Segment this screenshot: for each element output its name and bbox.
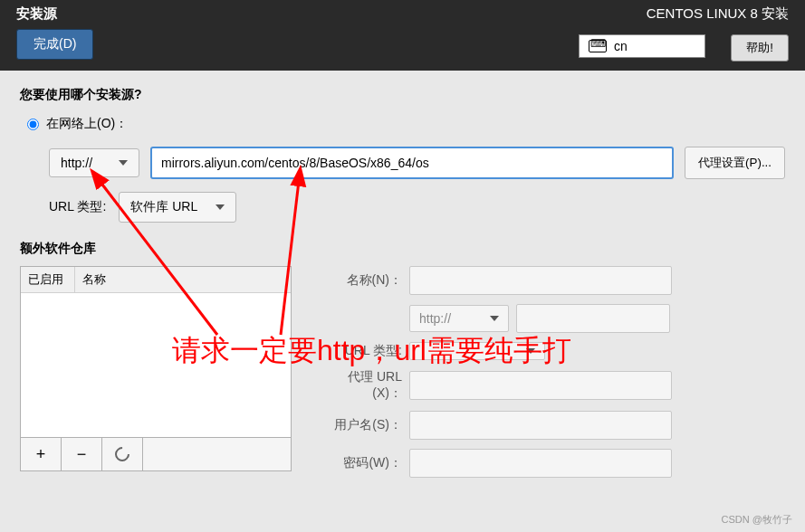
protocol-dropdown[interactable]: http://: [49, 148, 139, 177]
repo-urltype-label: URL 类型:: [319, 343, 409, 359]
keyboard-icon: [589, 40, 607, 52]
help-button[interactable]: 帮助!: [731, 34, 789, 62]
repo-user-label: 用户名(S)：: [319, 417, 409, 433]
remove-repo-button[interactable]: −: [62, 438, 102, 470]
repo-list-panel: 已启用 名称 + −: [20, 266, 292, 487]
url-type-value: 软件库 URL: [130, 199, 197, 215]
caret-down-icon: [216, 204, 225, 210]
repo-url-field: [516, 304, 670, 333]
repo-protocol-dropdown: http://: [409, 305, 509, 332]
repo-user-field: [409, 411, 672, 440]
caret-down-icon: [526, 348, 535, 354]
network-radio[interactable]: [27, 119, 39, 130]
repo-pass-field: [409, 449, 672, 478]
add-repo-button[interactable]: +: [21, 438, 62, 470]
caret-down-icon: [119, 160, 128, 166]
repo-form-panel: 名称(N)： http:// URL 类型: 代理 URL (X)：: [319, 266, 785, 487]
url-type-dropdown[interactable]: 软件库 URL: [119, 192, 236, 223]
reload-repo-button[interactable]: [102, 438, 143, 470]
col-name: 名称: [75, 267, 291, 292]
product-title: CENTOS LINUX 8 安装: [647, 5, 789, 23]
network-radio-label: 在网络上(O)：: [46, 116, 128, 132]
extra-repos-section: 已启用 名称 + − 名称(N)： http://: [20, 266, 785, 487]
url-row: http:// 代理设置(P)...: [49, 147, 785, 179]
col-enabled: 已启用: [21, 267, 75, 292]
reload-icon: [112, 444, 133, 465]
content-area: 您要使用哪个安装源? 在网络上(O)： http:// 代理设置(P)... U…: [0, 71, 805, 503]
repo-list-buttons: + −: [20, 438, 292, 471]
caret-down-icon: [490, 316, 499, 321]
repo-name-field: [409, 266, 672, 295]
repo-name-label: 名称(N)：: [319, 272, 409, 289]
repo-proto-value: http://: [419, 311, 451, 326]
url-input[interactable]: [150, 147, 674, 179]
proxy-settings-button[interactable]: 代理设置(P)...: [685, 147, 785, 179]
repo-urltype-dropdown: [409, 342, 545, 360]
keyboard-layout-selector[interactable]: cn: [579, 34, 705, 58]
repo-proxy-field: [409, 371, 672, 400]
repo-pass-label: 密码(W)：: [319, 455, 409, 471]
url-type-label: URL 类型:: [49, 199, 106, 215]
url-type-row: URL 类型: 软件库 URL: [49, 192, 785, 223]
repo-list[interactable]: 已启用 名称: [20, 266, 292, 438]
header-bar: 安装源 完成(D) CENTOS LINUX 8 安装 cn 帮助!: [0, 0, 805, 71]
repo-list-header: 已启用 名称: [21, 267, 291, 293]
protocol-value: http://: [61, 156, 92, 170]
repo-proxy-label: 代理 URL (X)：: [319, 369, 409, 402]
source-question: 您要使用哪个安装源?: [20, 87, 785, 103]
network-radio-row: 在网络上(O)：: [27, 116, 785, 132]
extra-repos-title: 额外软件仓库: [20, 241, 785, 257]
done-button[interactable]: 完成(D): [16, 29, 93, 60]
lang-code: cn: [614, 39, 628, 53]
page-title: 安装源: [16, 5, 57, 23]
watermark: CSDN @牧竹子: [722, 513, 792, 527]
